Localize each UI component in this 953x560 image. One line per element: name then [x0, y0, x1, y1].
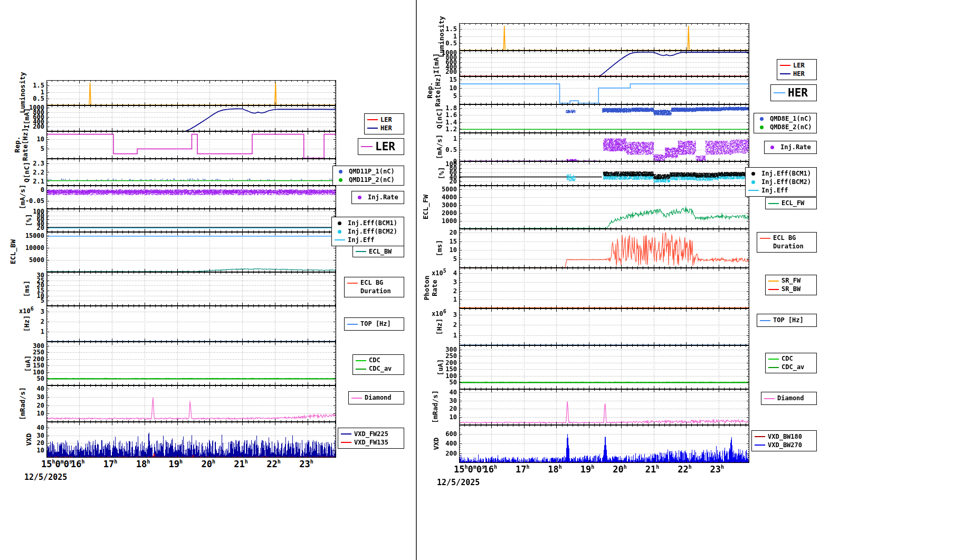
legend-ecl: ECL_FW [765, 197, 817, 209]
dot-marker-inj-eff-bcm1- [751, 172, 755, 176]
legend-item: ECL BG [760, 234, 814, 242]
dot-marker-inj-eff-bcm2- [751, 180, 755, 184]
subplot-right-ecl-fw [459, 186, 749, 229]
legend-item: Diamond [764, 394, 814, 402]
legend-ring: HER [770, 84, 817, 101]
legend-label: ECL_FW [782, 199, 804, 207]
beam-injection-monitor: { "page": {"background": "#ffffff", "div… [0, 0, 953, 560]
line-marker-sr-fw [768, 281, 779, 282]
subplot-right-charge [459, 104, 749, 133]
line-marker-ecl-bg [760, 238, 770, 239]
text-fragment: h [656, 464, 659, 470]
legend-current: LERHER [777, 59, 817, 80]
subplot-right-diamond [459, 389, 749, 425]
legend-label: VXD_BW180 [768, 433, 802, 441]
legend-label: Inj.Eff(BCM2) [761, 178, 811, 186]
legend-label: LER [793, 62, 805, 70]
legend-label: SR_FW [782, 277, 800, 285]
legend-top: TOP [Hz] [757, 314, 817, 327]
legend-item: Duration [760, 243, 814, 250]
legend-item: HER [780, 70, 814, 78]
legend-item: VXD_BW270 [755, 441, 814, 449]
line-marker-vxd-bw180 [755, 436, 765, 437]
text-fragment: h [559, 464, 562, 470]
line-marker-cdc-av [768, 367, 779, 368]
none-marker-duration [760, 246, 770, 247]
legend-cdc: CDCCDC_av [765, 353, 817, 373]
xtick-label: 18h [548, 464, 562, 475]
xtick-label: 19h [580, 464, 595, 475]
legend-item: Inj.Eff [748, 187, 814, 195]
xtick-label: 20h [613, 464, 627, 475]
legend-label: CDC_av [782, 363, 804, 371]
text-fragment: h [689, 464, 692, 470]
dot-marker-qmd8e-2-nc- [760, 125, 764, 129]
legend-vxd: VXD_BW180VXD_BW270 [751, 430, 817, 451]
legend-label: QMD8E_1(nC) [770, 115, 812, 123]
legend-item: TOP [Hz] [760, 316, 814, 324]
line-marker-her [774, 92, 785, 93]
text-fragment: m [473, 464, 477, 470]
legend-item: HER [774, 86, 814, 99]
legend-label: HER [793, 70, 805, 78]
legend-sr: SR_FWSR_BW [765, 275, 817, 295]
legend-inj-eff: Inj.Eff(BCM1)Inj.Eff(BCM2)Inj.Eff [745, 167, 817, 197]
legend-item: SR_FW [768, 277, 814, 285]
legend-item: CDC [768, 355, 814, 363]
xtick-label: 16h [483, 464, 497, 475]
date-label: 12/5/2025 [437, 478, 480, 487]
line-marker-cdc [768, 359, 779, 360]
legend-label: Inj.Eff [761, 187, 788, 195]
legend-label: Duration [773, 243, 804, 250]
xtick-label: 17h [516, 464, 530, 475]
subplot-right-top [459, 308, 749, 345]
legend-label: Inj.Eff(BCM1) [761, 170, 811, 178]
text-fragment: h [464, 464, 468, 470]
legend-inj-rate: Inj.Rate [764, 141, 817, 154]
text-fragment: 5 [443, 268, 446, 274]
legend-label: QMD8E_2(nC) [770, 123, 812, 131]
legend-item: CDC_av [768, 363, 814, 371]
legend-label: VXD_BW270 [768, 441, 802, 449]
subplot-right-inj-eff [459, 161, 749, 186]
subplot-right-vxd [459, 425, 749, 463]
dot-marker-inj-rate [770, 146, 774, 149]
line-marker-sr-bw [768, 289, 779, 290]
subplot-right-inj-rate [459, 133, 749, 161]
text-fragment: h [494, 464, 497, 470]
legend-ecl-bg: ECL BGDuration [757, 232, 817, 253]
legend-label: ECL BG [773, 234, 796, 242]
line-marker-ecl-fw [768, 203, 779, 204]
legend-label: HER [788, 86, 808, 99]
subplot-right-photon-rate [459, 268, 749, 308]
line-marker-inj-eff [748, 190, 759, 191]
line-marker-vxd-bw270 [755, 445, 765, 446]
xtick-label: 21h [645, 464, 660, 475]
legend-label: Inj.Rate [780, 143, 811, 151]
legend-label: Diamond [777, 394, 804, 402]
text-fragment: h [721, 464, 724, 470]
subplot-right-luminosity [459, 23, 749, 51]
text-fragment: 6 [443, 308, 446, 314]
legend-item: ECL_FW [768, 199, 814, 207]
xtick-label: 22h [678, 464, 692, 475]
line-marker-ler [780, 65, 790, 66]
legend-item: LER [780, 62, 814, 70]
xtick-label: 15h0m0s [454, 464, 485, 475]
xtick-label: 23h [710, 464, 725, 475]
legend-item: VXD_BW180 [755, 433, 814, 441]
legend-diamond: Diamond [761, 392, 817, 405]
legend-item: QMD8E_2(nC) [757, 123, 814, 131]
text-fragment: h [591, 464, 594, 470]
legend-item: Inj.Eff(BCM1) [748, 170, 814, 178]
line-marker-diamond [764, 398, 775, 399]
legend-item: Inj.Eff(BCM2) [748, 178, 814, 186]
legend-item: Inj.Rate [767, 143, 814, 151]
line-marker-her [780, 73, 790, 74]
dot-marker-qmd8e-1-nc- [760, 117, 764, 121]
legend-charge: QMD8E_1(nC)QMD8E_2(nC) [754, 113, 817, 133]
line-marker-top-hz- [760, 320, 770, 321]
panel-her-injection: 0.511.5Luminosity2004006008001000I[mA]51… [0, 0, 953, 560]
subplot-right-cdc [459, 345, 749, 389]
legend-item: SR_BW [768, 285, 814, 293]
